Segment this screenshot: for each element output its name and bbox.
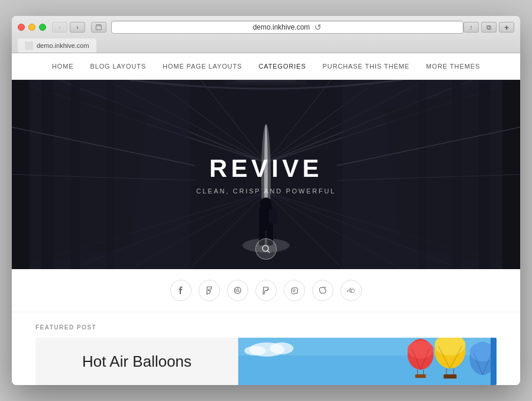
svg-rect-66 (444, 374, 457, 379)
social-bar (12, 269, 520, 312)
website-content: HOME BLOG LAYOUTS HOME PAGE LAYOUTS CATE… (12, 53, 520, 385)
featured-post-title: Hot Air Balloons (82, 353, 192, 371)
featured-post-label: FEATURED POST (35, 324, 497, 331)
featured-post-balloons-illustration (238, 338, 491, 385)
nav-item-blog-layouts[interactable]: BLOG LAYOUTS (82, 53, 154, 79)
hero-title: REVIVE (209, 154, 323, 183)
hero-section: REVIVE CLEAN, CRISP AND POWERFUL (12, 80, 520, 269)
facebook-icon (177, 286, 185, 295)
svg-point-53 (270, 342, 294, 354)
tab-label: demo.inkhive.com (37, 42, 89, 49)
window-layout-button[interactable] (91, 22, 106, 33)
featured-post-card[interactable]: Hot Air Balloons (35, 338, 497, 385)
skype-icon (290, 286, 299, 295)
facebook-icon-button[interactable] (170, 280, 192, 301)
nav-link-home[interactable]: HOME (44, 53, 82, 79)
nav-link-purchase[interactable]: PURCHASE THIS THEME (314, 53, 418, 79)
featured-post-image (238, 338, 497, 385)
search-icon (261, 244, 271, 254)
svg-line-48 (268, 251, 270, 253)
address-text: demo.inkhive.com (253, 23, 310, 31)
foursquare-icon (205, 286, 213, 295)
duplicate-button[interactable]: ⧉ (481, 22, 497, 33)
apple-icon-button[interactable] (312, 280, 333, 301)
apple-icon (319, 286, 327, 295)
featured-post-section: FEATURED POST Hot Air Balloons (12, 312, 520, 385)
add-tab-icon: + (504, 23, 509, 32)
svg-point-54 (245, 346, 266, 355)
foursquare-icon-button[interactable] (199, 280, 220, 301)
back-button[interactable]: ‹ (52, 22, 67, 33)
address-bar[interactable]: demo.inkhive.com ↺ (111, 21, 463, 34)
share-button[interactable]: ↑ (463, 22, 479, 33)
browser-chrome: ‹ › demo.inkhive.com ↺ (12, 16, 520, 53)
share-icon: ↑ (469, 24, 473, 31)
paypal-icon (262, 286, 270, 295)
add-tab-button[interactable]: + (499, 22, 514, 33)
traffic-lights (18, 24, 46, 31)
browser-nav-buttons: ‹ › (52, 22, 85, 33)
nav-item-purchase[interactable]: PURCHASE THIS THEME (314, 53, 418, 79)
reload-button[interactable]: ↺ (314, 22, 322, 32)
nav-link-more-themes[interactable]: MORE THEMES (418, 53, 488, 79)
dribbble-icon-button[interactable] (227, 280, 248, 301)
dribbble-icon (233, 286, 242, 295)
featured-post-title-block: Hot Air Balloons (35, 338, 238, 385)
minimize-button[interactable] (28, 24, 35, 31)
active-tab[interactable]: demo.inkhive.com (18, 38, 96, 53)
nav-list: HOME BLOG LAYOUTS HOME PAGE LAYOUTS CATE… (44, 53, 488, 79)
soundcloud-icon-button[interactable] (340, 280, 362, 301)
forward-icon: › (76, 24, 78, 31)
svg-rect-59 (416, 374, 426, 378)
svg-point-56 (408, 341, 434, 358)
soundcloud-icon (346, 286, 356, 295)
browser-titlebar: ‹ › demo.inkhive.com ↺ (18, 21, 514, 34)
paypal-icon-button[interactable] (255, 280, 277, 301)
nav-link-categories[interactable]: CATEGORIES (251, 53, 314, 79)
back-icon: ‹ (59, 24, 60, 31)
nav-item-home[interactable]: HOME (44, 53, 82, 79)
hero-subtitle: CLEAN, CRISP AND POWERFUL (196, 187, 336, 195)
hero-search-button[interactable] (255, 238, 277, 260)
site-nav: HOME BLOG LAYOUTS HOME PAGE LAYOUTS CATE… (12, 53, 520, 80)
nav-item-more-themes[interactable]: MORE THEMES (418, 53, 488, 79)
browser-window: ‹ › demo.inkhive.com ↺ (12, 16, 520, 385)
svg-rect-1 (96, 25, 102, 27)
close-button[interactable] (18, 24, 25, 31)
nav-link-blog-layouts[interactable]: BLOG LAYOUTS (82, 53, 154, 79)
nav-link-home-page-layouts[interactable]: HOME PAGE LAYOUTS (154, 53, 250, 79)
tab-favicon (25, 41, 33, 50)
right-buttons: ↑ ⧉ + (463, 22, 514, 33)
maximize-button[interactable] (39, 24, 46, 31)
browser-tabs: demo.inkhive.com (18, 38, 514, 53)
skype-icon-button[interactable] (284, 280, 305, 301)
duplicate-icon: ⧉ (486, 24, 491, 31)
nav-item-categories[interactable]: CATEGORIES (251, 53, 314, 79)
nav-item-home-page-layouts[interactable]: HOME PAGE LAYOUTS (154, 53, 250, 79)
address-bar-row: demo.inkhive.com ↺ (111, 21, 463, 34)
forward-button[interactable]: › (70, 22, 85, 33)
layout-icon (96, 24, 102, 30)
